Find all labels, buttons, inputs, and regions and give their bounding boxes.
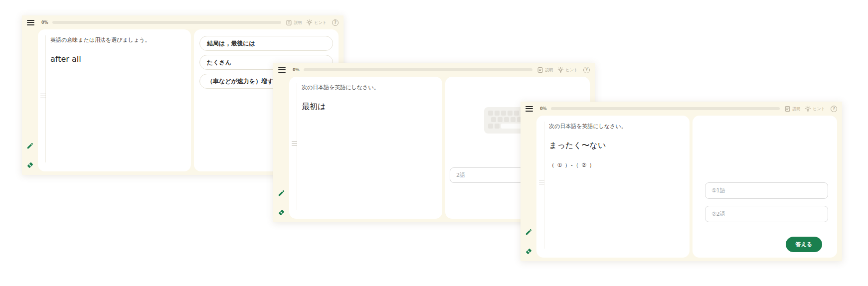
menu-icon[interactable]: [278, 66, 286, 74]
eraser-tool-button[interactable]: [278, 209, 285, 216]
pencil-tool-button[interactable]: [26, 142, 34, 149]
eraser-tool-button[interactable]: [525, 248, 532, 255]
hint-button[interactable]: ヒント: [805, 106, 825, 112]
window-header: 0% 説明 ヒント ?: [22, 15, 344, 29]
explanation-label: 説明: [294, 20, 302, 25]
explanation-label: 説明: [545, 67, 553, 73]
window-header: 0% 説明 ヒント ?: [521, 102, 842, 116]
question-instruction: 次の日本語を英語にしなさい。: [549, 123, 683, 131]
progress-percent: 0%: [293, 68, 300, 72]
answer-panel: 答える: [693, 116, 837, 258]
help-button[interactable]: ?: [583, 67, 590, 73]
question-prompt: 最初は: [302, 102, 435, 112]
progress-percent: 0%: [540, 107, 547, 111]
pencil-tool-button[interactable]: [278, 189, 285, 197]
question-panel: 次の日本語を英語にしなさい。 最初は: [289, 77, 442, 219]
question-panel: 次の日本語を英語にしなさい。 まったく〜ない （ ① ）-（ ② ）: [536, 116, 690, 258]
progress-bar: [52, 21, 281, 24]
header-actions: 説明 ヒント ?: [532, 67, 590, 73]
explanation-button[interactable]: 説明: [784, 106, 800, 112]
eraser-tool-button[interactable]: [26, 161, 34, 169]
window-header: 0% 説明 ヒント ?: [273, 63, 595, 77]
note-icon: [784, 106, 791, 112]
answer-submit-button[interactable]: 答える: [786, 237, 822, 252]
explanation-button[interactable]: 説明: [286, 19, 302, 26]
help-button[interactable]: ?: [332, 19, 339, 26]
question-prompt: after all: [50, 54, 184, 64]
answer-option-button[interactable]: 結局は，最後には: [199, 36, 333, 51]
hint-button[interactable]: ヒント: [557, 67, 578, 73]
answer-pattern: （ ① ）-（ ② ）: [549, 161, 683, 169]
hint-label: ヒント: [565, 67, 578, 73]
explanation-button[interactable]: 説明: [537, 67, 553, 73]
progress-percent: 0%: [41, 20, 48, 25]
tool-sidebar: [273, 77, 289, 222]
help-button[interactable]: ?: [831, 106, 837, 112]
question-panel: 英語の意味または用法を選びましょう。 after all: [38, 29, 191, 171]
question-instruction: 英語の意味または用法を選びましょう。: [50, 36, 184, 45]
question-prompt: まったく〜ない: [549, 141, 683, 151]
note-icon: [537, 67, 543, 73]
panel-resize-handle[interactable]: [539, 178, 544, 186]
panel-resize-handle[interactable]: [292, 140, 297, 147]
header-actions: 説明 ヒント ?: [281, 19, 339, 26]
hint-button[interactable]: ヒント: [306, 19, 327, 26]
lightbulb-icon: [306, 19, 313, 26]
study-window-translate-2: 0% 説明 ヒント ? 次の日本語を英語にしなさい。 まったく〜ない （ ① ）…: [521, 102, 842, 261]
tool-sidebar: [22, 29, 38, 175]
answer-input-2[interactable]: [705, 206, 828, 222]
pencil-tool-button[interactable]: [525, 228, 532, 236]
menu-icon[interactable]: [27, 18, 34, 26]
question-content: 次の日本語を英語にしなさい。 まったく〜ない （ ① ）-（ ② ）: [536, 116, 690, 169]
question-instruction: 次の日本語を英語にしなさい。: [302, 84, 435, 92]
menu-icon[interactable]: [525, 105, 533, 113]
panel-resize-handle[interactable]: [40, 92, 46, 100]
progress-bar: [304, 68, 532, 71]
answer-input-1[interactable]: [705, 182, 828, 199]
window-body: 次の日本語を英語にしなさい。 まったく〜ない （ ① ）-（ ② ） 答える: [521, 116, 842, 261]
hint-label: ヒント: [314, 20, 327, 25]
hint-label: ヒント: [813, 106, 825, 112]
lightbulb-icon: [557, 67, 564, 73]
progress-bar: [551, 107, 780, 110]
question-content: 英語の意味または用法を選びましょう。 after all: [38, 29, 191, 64]
lightbulb-icon: [805, 106, 811, 112]
note-icon: [286, 19, 292, 26]
tool-sidebar: [521, 116, 536, 261]
header-actions: 説明 ヒント ?: [780, 106, 837, 112]
question-content: 次の日本語を英語にしなさい。 最初は: [289, 77, 442, 112]
explanation-label: 説明: [792, 106, 800, 112]
